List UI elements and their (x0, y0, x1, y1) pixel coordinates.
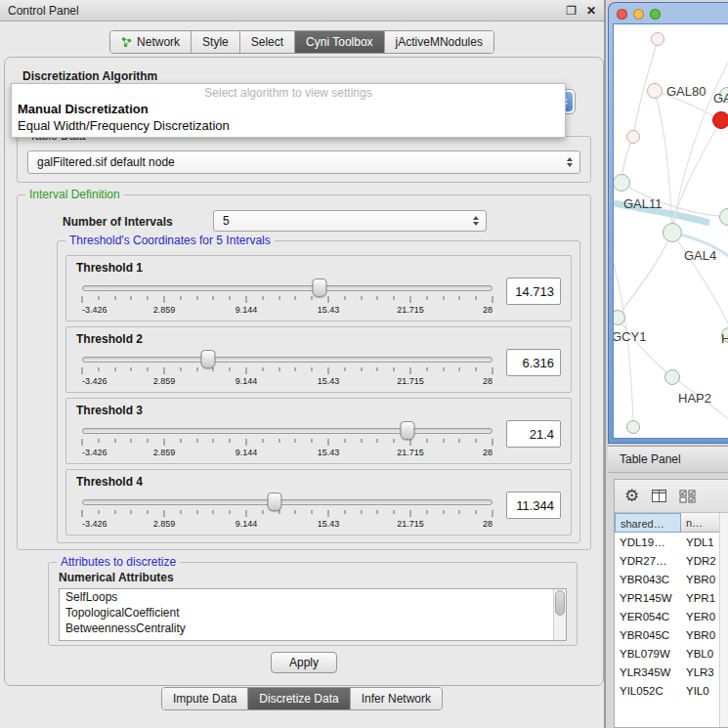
slider-track[interactable] (82, 428, 492, 434)
tick-mark (131, 296, 132, 300)
table-row[interactable]: YPR145WYPR1 (615, 588, 728, 607)
algorithm-option[interactable]: Equal Width/Frequency Discretization (12, 117, 565, 134)
slider-thumb[interactable] (400, 421, 414, 440)
network-node-gal80[interactable] (647, 83, 663, 99)
tick-mark (213, 439, 214, 443)
network-node-label: HAP2 (678, 391, 711, 406)
attribute-items: SelfLoopsTopologicalCoefficientBetweenne… (60, 589, 566, 636)
list-item[interactable]: SelfLoops (60, 589, 566, 605)
tab-cyni-toolbox[interactable]: Cyni Toolbox (295, 31, 383, 53)
tick-mark (180, 367, 181, 371)
close-icon[interactable]: ✕ (586, 5, 596, 17)
table-row[interactable]: YIL052CYIL0 (615, 681, 728, 700)
numerical-attributes-list[interactable]: SelfLoopsTopologicalCoefficientBetweenne… (59, 588, 567, 641)
threshold-slider[interactable]: -3.4262.8599.14415.4321.71528 (80, 278, 494, 317)
slider-ticks (82, 367, 492, 375)
tick-mark (82, 439, 83, 446)
table-data-group: Table Data galFiltered.sif default node (17, 136, 591, 183)
threshold-slider[interactable]: -3.4262.8599.14415.4321.71528 (80, 492, 494, 531)
slider-thumb[interactable] (312, 278, 326, 297)
columns-icon[interactable] (652, 490, 666, 502)
slider-ticks (82, 510, 492, 518)
algorithm-group-label: Discretization Algorithm (22, 69, 157, 83)
tab-label: Select (251, 35, 283, 49)
tab-network[interactable]: Network (110, 31, 191, 53)
slider-thumb[interactable] (201, 350, 216, 368)
network-node[interactable] (712, 111, 728, 129)
table-row[interactable]: YBL079WYBL0 (615, 644, 728, 663)
network-node-gal11[interactable] (613, 174, 630, 192)
tick-mark (443, 510, 444, 514)
select-columns-icon[interactable] (679, 490, 696, 503)
threshold-value-field[interactable] (506, 420, 561, 448)
close-traffic-icon[interactable] (617, 9, 627, 20)
apply-button[interactable]: Apply (271, 652, 337, 673)
tab-select[interactable]: Select (240, 31, 294, 53)
table-row[interactable]: YBR045CYBR0 (615, 625, 728, 644)
bottom-tab-infer-network[interactable]: Infer Network (351, 688, 442, 709)
tick-mark (328, 510, 329, 517)
table-row[interactable]: YER054CYER0 (615, 607, 728, 625)
tick-mark (443, 367, 444, 371)
tick-mark (426, 367, 427, 371)
tick-mark (328, 439, 329, 446)
slider-track[interactable] (82, 499, 492, 505)
minimize-traffic-icon[interactable] (633, 9, 644, 20)
slider-ticks (82, 296, 492, 304)
thresholds-legend: Threshold's Coordinates for 5 Intervals (65, 234, 275, 247)
tab-jactivemnodules[interactable]: jActiveMNodules (385, 31, 493, 53)
table-row[interactable]: YBR043CYBR0 (615, 570, 728, 588)
tick-mark (196, 367, 197, 371)
table-row[interactable]: YDR27…YDR2 (615, 551, 728, 570)
table-scrollbar[interactable] (719, 513, 728, 727)
threshold-value-field[interactable] (506, 349, 561, 376)
network-node[interactable] (626, 420, 640, 434)
slider-thumb[interactable] (268, 492, 282, 511)
tick-mark (344, 367, 345, 371)
table-data-combo[interactable]: galFiltered.sif default node (27, 150, 580, 174)
thresholds-group: Threshold's Coordinates for 5 Intervals … (57, 240, 580, 543)
list-scrollbar[interactable] (553, 589, 566, 640)
network-node-gal4[interactable] (663, 223, 682, 242)
bottom-tab-impute-data[interactable]: Impute Data (162, 688, 247, 709)
tick-mark (476, 367, 477, 371)
num-intervals-value: 5 (214, 214, 230, 228)
table-cell: YER054C (615, 611, 681, 622)
table-panel-title: Table Panel (620, 452, 681, 466)
scrollbar-thumb[interactable] (555, 590, 565, 616)
network-view-window[interactable]: GAL80GAGAL11GAL4GCY1HHAP2 (608, 2, 728, 444)
tick-mark (246, 296, 247, 303)
network-node[interactable] (651, 32, 664, 46)
slider-track[interactable] (82, 357, 492, 363)
tick-mark (148, 510, 149, 514)
screen: Control Panel ❐ ✕ NetworkStyleSelectCyni… (0, 0, 728, 728)
tick-mark (246, 367, 247, 374)
table-row[interactable]: YLR345WYLR3 (615, 663, 728, 681)
float-icon[interactable]: ❐ (566, 5, 577, 17)
list-item[interactable]: BetweennessCentrality (60, 621, 566, 636)
tick-mark (164, 296, 165, 303)
threshold-value-field[interactable] (506, 278, 561, 305)
tick-mark (476, 296, 477, 300)
algorithm-option[interactable]: Manual Discretization (12, 101, 565, 117)
num-intervals-combo[interactable]: 5 (213, 210, 487, 232)
scale-label: 2.859 (153, 376, 176, 386)
tick-mark (230, 296, 231, 300)
tick-mark (492, 367, 493, 374)
tab-style[interactable]: Style (192, 31, 239, 53)
table-row[interactable]: YDL19…YDL1 (615, 533, 728, 551)
network-node-hap2[interactable] (664, 369, 680, 385)
list-item[interactable]: TopologicalCoefficient (60, 605, 566, 621)
tick-mark (230, 439, 231, 443)
threshold-slider[interactable]: -3.4262.8599.14415.4321.71528 (80, 349, 494, 388)
threshold-slider[interactable]: -3.4262.8599.14415.4321.71528 (80, 420, 494, 459)
tick-mark (295, 296, 296, 300)
interval-definition-legend: Interval Definition (25, 188, 124, 201)
bottom-tab-discretize-data[interactable]: Discretize Data (248, 688, 349, 709)
zoom-traffic-icon[interactable] (650, 9, 661, 20)
threshold-value-field[interactable] (506, 492, 561, 519)
network-canvas[interactable]: GAL80GAGAL11GAL4GCY1HHAP2 (613, 23, 728, 439)
column-header[interactable]: shared… (615, 513, 681, 533)
network-node[interactable] (626, 130, 640, 144)
slider-track[interactable] (82, 285, 492, 291)
